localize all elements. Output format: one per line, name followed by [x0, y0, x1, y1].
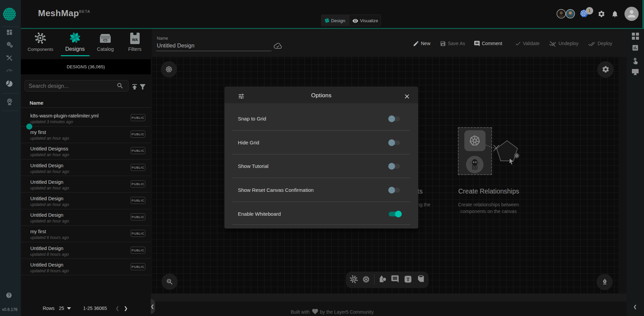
svg-text:T: T: [406, 277, 410, 282]
svg-text:WA: WA: [132, 38, 138, 42]
